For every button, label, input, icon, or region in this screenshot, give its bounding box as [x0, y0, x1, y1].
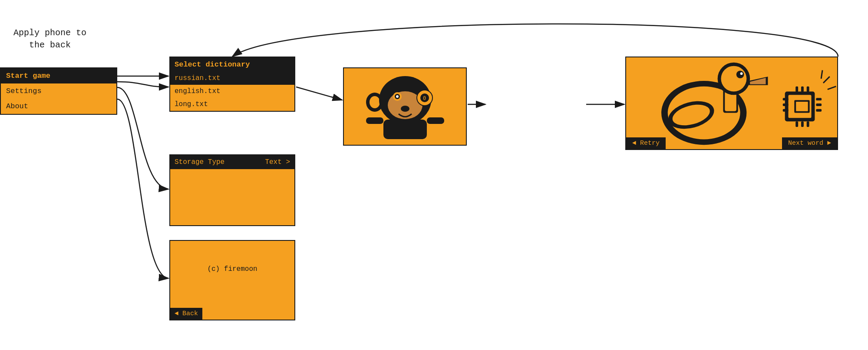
svg-rect-38	[807, 87, 809, 92]
duck-illustration	[626, 57, 837, 149]
result-buttons: ◄ Retry Next word ►	[626, 137, 837, 149]
apply-text: Apply phone tothe back	[13, 27, 86, 51]
svg-point-21	[721, 66, 746, 92]
dict-item-english[interactable]: english.txt	[170, 85, 294, 98]
svg-point-11	[401, 106, 409, 112]
flow-arrows	[0, 0, 868, 350]
svg-text:0: 0	[423, 95, 426, 101]
svg-rect-39	[795, 121, 798, 127]
monkey-illustration: 0	[362, 74, 449, 139]
svg-point-2	[370, 96, 380, 108]
svg-rect-34	[816, 103, 822, 106]
svg-rect-36	[795, 87, 798, 92]
svg-rect-33	[816, 98, 822, 100]
svg-rect-43	[796, 102, 808, 111]
svg-rect-30	[783, 98, 789, 100]
game-panel: 0	[343, 67, 467, 146]
main-menu: Start game Settings About	[0, 67, 117, 115]
back-button[interactable]: ◄ Back	[170, 308, 202, 320]
about-panel: (c) firemoon ◄ Back	[169, 240, 295, 320]
storage-label: Storage Type	[175, 158, 224, 166]
svg-point-23	[740, 72, 743, 75]
dict-item-russian[interactable]: russian.txt	[170, 72, 294, 85]
storage-panel: Storage Type Text >	[169, 154, 295, 226]
dict-panel: Select dictionary russian.txt english.tx…	[169, 57, 295, 112]
dict-title: Select dictionary	[170, 57, 294, 72]
svg-rect-37	[801, 87, 804, 92]
result-panel: ◄ Retry Next word ►	[625, 57, 838, 150]
svg-point-22	[736, 70, 744, 78]
svg-rect-40	[801, 121, 804, 127]
svg-rect-35	[816, 109, 822, 112]
svg-line-49	[296, 87, 342, 100]
svg-rect-14	[427, 117, 444, 124]
svg-rect-13	[366, 117, 383, 124]
next-word-button[interactable]: Next word ►	[782, 137, 837, 149]
svg-point-7	[396, 95, 399, 98]
about-content: (c) firemoon	[170, 241, 294, 297]
svg-rect-12	[383, 120, 427, 139]
menu-item-settings[interactable]: Settings	[1, 83, 116, 99]
storage-header[interactable]: Storage Type Text >	[170, 155, 294, 169]
svg-rect-32	[783, 109, 789, 112]
apply-panel: Apply phone tothe back	[0, 0, 100, 78]
menu-item-start[interactable]: Start game	[1, 68, 116, 83]
retry-button[interactable]: ◄ Retry	[626, 137, 666, 149]
menu-item-about[interactable]: About	[1, 99, 116, 114]
svg-rect-31	[783, 103, 789, 106]
dict-item-long[interactable]: long.txt	[170, 98, 294, 111]
svg-rect-41	[807, 121, 809, 127]
storage-value: Text >	[265, 158, 290, 166]
